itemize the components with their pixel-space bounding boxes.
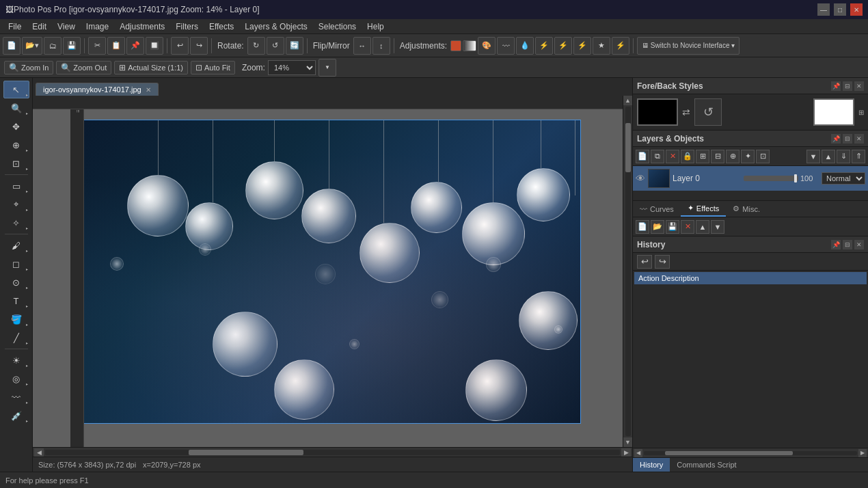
menu-layers-objects[interactable]: Layers & Objects: [239, 21, 312, 33]
adj-star-button[interactable]: ★: [593, 37, 610, 55]
adj-fx3-button[interactable]: ⚡: [573, 37, 591, 55]
auto-fit-button[interactable]: ⊡ Auto Fit: [191, 61, 235, 74]
history-entry[interactable]: Action Description: [634, 272, 867, 284]
hscroll-track[interactable]: [45, 450, 620, 455]
effects-up-button[interactable]: ▲: [696, 220, 709, 234]
open-button[interactable]: 📂▾: [22, 37, 42, 55]
layers-float-button[interactable]: ⊟: [843, 134, 852, 144]
layers-pin-button[interactable]: 📌: [831, 134, 841, 144]
hscroll-right-button[interactable]: ▶: [621, 448, 631, 457]
layers-flatten-button[interactable]: ⊕: [726, 150, 740, 163]
paint-bucket-tool[interactable]: 🪣▸: [3, 310, 29, 328]
adj-hue-button[interactable]: 🎨: [478, 37, 496, 55]
smudge-tool[interactable]: 〰▸: [3, 388, 29, 406]
menu-help[interactable]: Help: [362, 21, 390, 33]
menu-image[interactable]: Image: [81, 21, 114, 33]
history-tab[interactable]: History: [633, 458, 670, 472]
cut-button[interactable]: ✂: [88, 37, 106, 55]
layers-adj-button[interactable]: ⊡: [756, 150, 770, 163]
text-tool[interactable]: T▸: [3, 292, 29, 310]
layers-lock-button[interactable]: 🔒: [681, 150, 694, 163]
history-hscroll-track[interactable]: [644, 451, 857, 455]
minimize-button[interactable]: —: [817, 3, 830, 16]
layers-bottom-button[interactable]: ⇓: [837, 150, 850, 163]
adj-drop-button[interactable]: 💧: [516, 37, 534, 55]
menu-view[interactable]: View: [52, 21, 81, 33]
vscroll-down-button[interactable]: ▼: [623, 437, 633, 447]
layers-up-button[interactable]: ▲: [822, 150, 835, 163]
hand-tool[interactable]: ✥: [3, 118, 29, 135]
foreback-close-button[interactable]: ✕: [854, 81, 864, 91]
blur-tool[interactable]: ◎▸: [3, 370, 29, 388]
layer-visibility-icon[interactable]: 👁: [636, 173, 645, 184]
effects-delete-button[interactable]: ✕: [681, 220, 694, 234]
history-float-button[interactable]: ⊟: [843, 240, 852, 249]
zoom-tool[interactable]: 🔍▸: [3, 99, 29, 117]
undo-button[interactable]: ↩: [171, 37, 189, 55]
tab-curves[interactable]: 〰 Curves: [633, 201, 681, 217]
history-pin-button[interactable]: 📌: [831, 240, 841, 249]
rotate-ccw-button[interactable]: ↺: [267, 37, 284, 55]
layers-duplicate-button[interactable]: ⧉: [651, 150, 664, 163]
adj-lightning-button[interactable]: ⚡: [612, 37, 629, 55]
adj-bright-button[interactable]: [463, 40, 476, 51]
paste-button[interactable]: 📌: [126, 37, 144, 55]
layers-new-button[interactable]: 📄: [636, 150, 649, 163]
swap-colors-icon[interactable]: ⇄: [682, 107, 690, 118]
flip-v-button[interactable]: ↕: [372, 37, 390, 55]
vscroll-track[interactable]: [625, 107, 631, 436]
layers-group-button[interactable]: ⊞: [696, 150, 709, 163]
novice-button[interactable]: 🖥 Switch to Novice Interface ▾: [637, 37, 740, 55]
refresh-colors-button[interactable]: ↺: [694, 98, 722, 126]
menu-edit[interactable]: Edit: [27, 21, 52, 33]
canvas-tab[interactable]: igor-ovsyannykov-174017.jpg ✕: [36, 83, 159, 96]
lasso-tool[interactable]: ⌖▸: [3, 195, 29, 213]
vscroll-up-button[interactable]: ▲: [623, 96, 633, 105]
history-redo-button[interactable]: ↪: [655, 255, 670, 269]
layers-top-button[interactable]: ⇑: [852, 150, 865, 163]
menu-selections[interactable]: Selections: [313, 21, 362, 33]
maximize-button[interactable]: □: [834, 3, 846, 16]
effects-new-button[interactable]: 📄: [636, 220, 649, 234]
stamp-button[interactable]: 🔲: [146, 37, 163, 55]
hscroll-left-button[interactable]: ◀: [34, 448, 44, 457]
magic-wand-tool[interactable]: ✧▸: [3, 214, 29, 232]
color-picker-tool[interactable]: 💉▸: [3, 407, 29, 424]
layer-row[interactable]: 👁 Layer 0 100 Normal Multiply Scree: [633, 166, 868, 191]
save-button[interactable]: 💾: [63, 37, 81, 55]
layers-close-button[interactable]: ✕: [854, 134, 864, 144]
copy-button[interactable]: 📋: [107, 37, 125, 55]
tab-effects[interactable]: ✦ Effects: [681, 201, 726, 217]
layers-merge-button[interactable]: ⊟: [711, 150, 724, 163]
menu-filters[interactable]: Filters: [170, 21, 204, 33]
clone-tool[interactable]: ⊙▸: [3, 273, 29, 291]
canvas-tab-close[interactable]: ✕: [146, 86, 151, 94]
marquee-tool[interactable]: ▭▸: [3, 177, 29, 195]
flip-h-button[interactable]: ↔: [353, 37, 371, 55]
foreback-float-button[interactable]: ⊟: [843, 81, 852, 91]
tab-misc[interactable]: ⚙ Misc.: [726, 201, 767, 217]
effects-save-button[interactable]: 💾: [666, 220, 679, 234]
rotate-custom-button[interactable]: 🔄: [286, 37, 303, 55]
select-tool[interactable]: ↖▸: [3, 81, 29, 98]
effects-down-button[interactable]: ▼: [711, 220, 724, 234]
commands-script-tab[interactable]: Commands Script: [670, 458, 743, 472]
adj-fx2-button[interactable]: ⚡: [554, 37, 572, 55]
crop-tool[interactable]: ⊡▸: [3, 154, 29, 172]
thumbnail-button[interactable]: 🗂: [44, 37, 62, 55]
transform-tool[interactable]: ⊕▸: [3, 136, 29, 154]
line-tool[interactable]: ╱▸: [3, 329, 29, 347]
adj-color-button[interactable]: [450, 40, 461, 51]
foreback-pin-button[interactable]: 📌: [831, 81, 841, 91]
menu-effects[interactable]: Effects: [204, 21, 239, 33]
rotate-cw-button[interactable]: ↻: [247, 37, 265, 55]
menu-adjustments[interactable]: Adjustments: [114, 21, 170, 33]
menu-file[interactable]: File: [3, 21, 27, 33]
actual-size-button[interactable]: ⊞ Actual Size (1:1): [114, 61, 188, 74]
layers-down-button[interactable]: ▼: [806, 150, 820, 163]
background-swatch[interactable]: [813, 98, 854, 126]
history-undo-button[interactable]: ↩: [637, 255, 652, 269]
history-hscroll-left[interactable]: ◀: [634, 449, 642, 457]
history-hscroll-right[interactable]: ▶: [858, 449, 867, 457]
eraser-tool[interactable]: ◻▸: [3, 255, 29, 273]
